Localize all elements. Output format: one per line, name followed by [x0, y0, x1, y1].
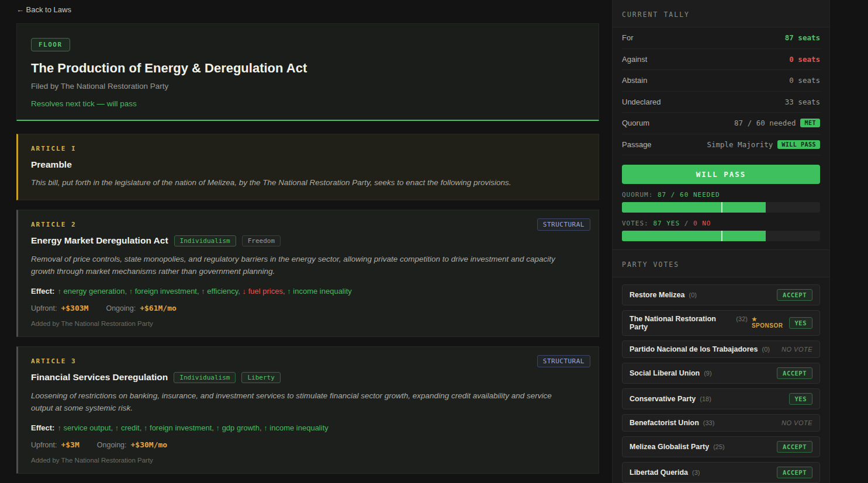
tally-row-abstain: Abstain 0 seats — [622, 70, 820, 92]
will-pass-badge: WILL PASS — [777, 140, 820, 149]
cost-row: Upfront:+$303M Ongoing:+$61M/mo — [31, 304, 586, 312]
vote-badge: YES — [789, 393, 812, 405]
bill-header: FLOOR The Production of Energy & Deregul… — [16, 23, 599, 121]
quorum-value: 87 / 60 needed — [734, 119, 796, 127]
party-votes-header: PARTY VOTES — [613, 249, 829, 277]
party-name: Conservative Party — [630, 395, 696, 403]
upfront-label: Upfront: — [31, 304, 57, 312]
will-pass-button[interactable]: WILL PASS — [622, 165, 820, 184]
quorum-threshold-marker — [721, 202, 722, 213]
tally-row-against: Against 0 seats — [622, 49, 820, 71]
effect-item: service output — [57, 423, 115, 432]
quorum-bar-label: QUORUM: 87 / 60 NEEDED — [622, 191, 820, 199]
article-card-preamble: ARTICLE I Preamble This bill, put forth … — [16, 134, 599, 200]
article-card: STRUCTURAL ARTICLE 3 Financial Services … — [16, 346, 599, 474]
vote-badge: ACCEPT — [777, 289, 812, 301]
tally-label: Abstain — [622, 76, 647, 85]
party-seats: (18) — [700, 395, 711, 402]
votes-bar-label-text: VOTES: — [622, 220, 649, 227]
tally-label: Against — [622, 55, 647, 64]
ongoing-value: +$30M/mo — [131, 440, 168, 449]
party-name: Libertad Querida — [630, 468, 688, 477]
party-row[interactable]: Restore Melizea (0) ACCEPT — [622, 284, 820, 305]
party-row[interactable]: Benefactorist Union (33) NO VOTE — [622, 414, 820, 432]
upfront-label: Upfront: — [31, 441, 57, 449]
tally-value: 33 seats — [785, 98, 820, 106]
votes-separator: / — [684, 220, 689, 227]
tally-label: Passage — [622, 140, 652, 149]
quorum-progress-bar — [622, 202, 820, 213]
tally-row-for: For 87 seats — [622, 27, 820, 49]
ongoing-value: +$61M/mo — [140, 304, 177, 312]
vote-badge: ACCEPT — [777, 441, 812, 453]
effect-item: energy generation — [57, 287, 129, 296]
quorum-met-badge: MET — [800, 119, 820, 127]
article-tag: Individualism — [174, 372, 236, 383]
tally-row-undeclared: Undeclared 33 seats — [622, 92, 820, 113]
added-by-text: Added by The National Restoration Party — [31, 320, 586, 327]
party-seats: (9) — [704, 370, 711, 377]
article-label: ARTICLE 2 — [31, 221, 586, 228]
article-text: Removal of price controls, state monopol… — [31, 253, 575, 278]
effect-label: Effect: — [31, 423, 54, 432]
party-row[interactable]: Conservative Party (18) YES — [622, 388, 820, 409]
party-row[interactable]: Social Liberal Union (9) ACCEPT — [622, 363, 820, 384]
tally-value: 0 seats — [789, 76, 820, 85]
article-text: Loosening of restrictions on banking, in… — [31, 390, 575, 415]
party-seats: (25) — [713, 443, 725, 450]
effect-item: foreign investment — [129, 287, 202, 296]
article-tag: Liberty — [241, 372, 280, 383]
bill-detail-main: FLOOR The Production of Energy & Deregul… — [16, 23, 599, 483]
effect-item: credit — [115, 423, 144, 432]
party-row[interactable]: Melizea Globalist Party (25) ACCEPT — [622, 436, 820, 457]
party-name: The National Restoration Party — [630, 315, 732, 331]
party-row[interactable]: Libertad Querida (3) ACCEPT — [622, 462, 820, 483]
party-row[interactable]: The National Restoration Party (32) ★ SP… — [622, 310, 820, 336]
party-seats: (3) — [692, 469, 700, 476]
vote-badge: NO VOTE — [781, 346, 812, 353]
votes-bar-label: VOTES: 87 YES / 0 NO — [622, 220, 820, 227]
votes-no-text: 0 NO — [693, 220, 711, 227]
upfront-value: +$303M — [61, 304, 88, 312]
effect-item: efficiency — [201, 287, 242, 296]
article-title: Preamble — [31, 159, 72, 170]
article-title: Financial Services Deregulation — [31, 372, 168, 383]
sponsor-badge: ★ SPONSOR — [752, 316, 789, 329]
effect-row: Effect:energy generationforeign investme… — [31, 287, 586, 296]
effect-item: gdp growth — [216, 423, 264, 432]
effect-item: fuel prices — [243, 287, 288, 296]
effect-item: foreign investment — [144, 423, 216, 432]
article-list: ARTICLE I Preamble This bill, put forth … — [16, 134, 599, 474]
filed-by-text: Filed by The National Restoration Party — [31, 82, 585, 91]
votes-progress-bar — [622, 231, 820, 241]
effect-item: income inequality — [264, 423, 328, 432]
back-to-laws-link[interactable]: ← Back to Laws — [16, 5, 71, 14]
tally-row-quorum: Quorum 87 / 60 needed MET — [622, 113, 820, 134]
resolve-status: Resolves next tick — will pass — [31, 99, 585, 108]
cost-row: Upfront:+$3M Ongoing:+$30M/mo — [31, 440, 586, 449]
effect-item: income inequality — [287, 287, 352, 296]
party-name: Benefactorist Union — [630, 419, 699, 427]
effect-row: Effect:service outputcreditforeign inves… — [31, 423, 586, 432]
tally-sidebar: CURRENT TALLY For 87 seats Against 0 sea… — [612, 0, 830, 483]
article-title: Energy Market Deregulation Act — [31, 235, 168, 246]
votes-bar-fill — [622, 231, 766, 241]
stage-badge: FLOOR — [31, 38, 70, 51]
tally-value: 0 seats — [789, 55, 820, 64]
article-text: This bill, put forth in the legislature … — [31, 177, 575, 189]
article-label: ARTICLE 3 — [31, 357, 586, 365]
vote-badge: ACCEPT — [777, 367, 812, 379]
tally-row-passage: Passage Simple Majority WILL PASS — [622, 134, 820, 156]
vote-badge: ACCEPT — [777, 467, 812, 478]
quorum-bar-fill — [622, 202, 766, 213]
party-seats: (33) — [703, 419, 715, 426]
party-name: Melizea Globalist Party — [630, 443, 709, 451]
quorum-bar-value-text: 87 / 60 NEEDED — [658, 191, 720, 199]
party-row[interactable]: Partido Nacional de los Trabajadores (0)… — [622, 340, 820, 358]
ongoing-label: Ongoing: — [106, 304, 136, 312]
article-tag: Individualism — [174, 235, 236, 246]
party-seats: (0) — [762, 346, 770, 353]
party-name: Social Liberal Union — [630, 369, 700, 377]
current-tally-header: CURRENT TALLY — [613, 0, 829, 27]
tally-label: For — [622, 33, 634, 42]
